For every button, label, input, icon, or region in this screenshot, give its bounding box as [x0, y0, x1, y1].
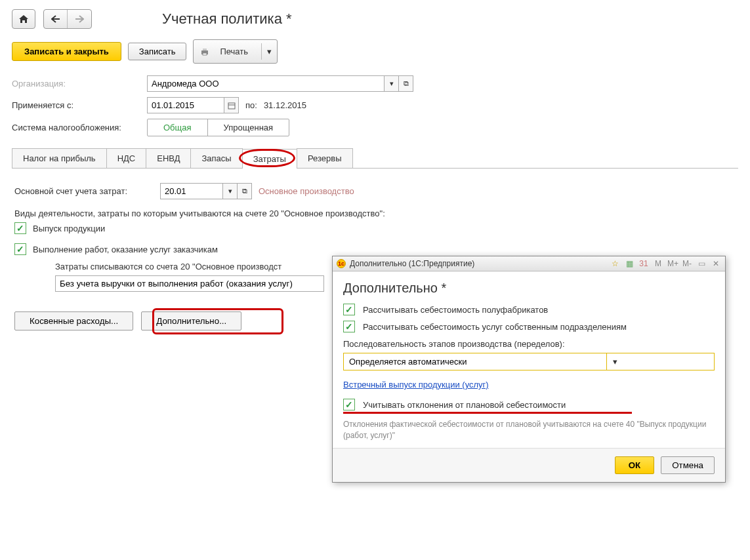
svg-rect-2	[203, 53, 207, 55]
tax-simple-option[interactable]: Упрощенная	[208, 119, 289, 136]
date-picker[interactable]	[224, 98, 238, 113]
writeoff-input[interactable]	[55, 275, 324, 292]
checkbox-deviation-label: Учитывать отклонения от плановой себесто…	[363, 400, 566, 410]
forward-button[interactable]	[68, 10, 91, 28]
counter-output-link[interactable]: Встречный выпуск продукции (услуг)	[343, 380, 489, 390]
tab-inventory[interactable]: Запасы	[190, 148, 242, 168]
checkbox-deviation[interactable]: ✓	[343, 399, 355, 410]
app-logo-icon: 1c	[337, 259, 346, 268]
additional-button[interactable]: Дополнительно...	[141, 311, 241, 330]
memory-mminus-button[interactable]: M-	[682, 259, 692, 268]
cancel-button[interactable]: Отмена	[661, 456, 715, 474]
memory-m-button[interactable]: M	[653, 259, 663, 268]
org-input[interactable]	[148, 76, 384, 91]
modal-window-title: Дополнительно (1С:Предприятие)	[350, 259, 474, 268]
org-dropdown[interactable]: ▾	[384, 76, 398, 91]
account-dropdown[interactable]: ▾	[222, 184, 237, 199]
checkbox-services[interactable]: ✓	[14, 243, 26, 255]
arrow-left-icon	[51, 15, 60, 23]
tax-label: Система налогообложения:	[12, 123, 140, 132]
tab-envd[interactable]: ЕНВД	[146, 148, 191, 168]
page-title: Учетная политика *	[162, 10, 292, 28]
checkbox-semi[interactable]: ✓	[343, 304, 355, 315]
checkbox-output[interactable]: ✓	[14, 222, 26, 234]
printer-icon	[200, 48, 209, 56]
home-icon	[18, 14, 29, 24]
checkbox-output-label: Выпуск продукции	[33, 224, 105, 233]
account-label: Основной счет учета затрат:	[14, 186, 154, 196]
sequence-label: Последовательность этапов производства (…	[343, 339, 715, 349]
print-button[interactable]: Печать ▾	[193, 39, 278, 64]
back-button[interactable]	[44, 10, 68, 28]
date-sep: по:	[245, 100, 257, 110]
home-button[interactable]	[12, 9, 35, 29]
account-open[interactable]: ⧉	[237, 184, 251, 199]
applies-label: Применяется с:	[12, 100, 140, 110]
additional-dialog: 1c Дополнительно (1С:Предприятие) ☆ ▦ 31…	[332, 256, 726, 483]
org-label: Организация:	[12, 79, 140, 89]
calculator-icon[interactable]: ▦	[624, 259, 635, 268]
date-to: 31.12.2015	[264, 100, 306, 110]
save-button[interactable]: Записать	[128, 43, 187, 60]
tax-common-option[interactable]: Общая	[148, 119, 208, 136]
indirect-costs-button[interactable]: Косвенные расходы...	[14, 311, 133, 330]
tab-vat[interactable]: НДС	[106, 148, 147, 168]
calendar-icon	[228, 102, 236, 110]
tab-reserves[interactable]: Резервы	[297, 148, 353, 168]
arrow-right-icon	[75, 15, 84, 23]
ok-button[interactable]: ОК	[615, 456, 655, 474]
tab-costs[interactable]: Затраты	[242, 149, 297, 169]
save-close-button[interactable]: Записать и закрыть	[12, 42, 121, 61]
close-button[interactable]: ✕	[711, 259, 721, 268]
calendar-icon[interactable]: 31	[638, 259, 649, 268]
checkbox-internal[interactable]: ✓	[343, 321, 355, 332]
checkbox-internal-label: Рассчитывать себестоимость услуг собстве…	[363, 322, 627, 332]
checkbox-semi-label: Рассчитывать себестоимость полуфабрикато…	[363, 305, 548, 315]
org-open[interactable]: ⧉	[398, 76, 413, 91]
sequence-select[interactable]	[344, 353, 606, 370]
favorite-icon[interactable]: ☆	[610, 259, 620, 268]
deviation-hint: Отклонения фактической себестоимости от …	[343, 419, 715, 441]
modal-heading: Дополнительно *	[343, 281, 715, 296]
svg-rect-3	[228, 103, 235, 109]
checkbox-services-label: Выполнение работ, оказание услуг заказчи…	[33, 245, 218, 254]
date-from-input[interactable]	[148, 98, 224, 113]
svg-rect-1	[203, 49, 207, 50]
memory-mplus-button[interactable]: M+	[667, 259, 678, 268]
tab-profit-tax[interactable]: Налог на прибыль	[12, 148, 107, 168]
account-input[interactable]	[161, 184, 222, 199]
print-dropdown[interactable]: ▾	[261, 43, 277, 60]
account-name: Основное производство	[259, 186, 354, 196]
sequence-dropdown[interactable]: ▾	[606, 353, 623, 370]
minimize-button[interactable]: ▭	[696, 259, 707, 268]
activities-label: Виды деятельности, затраты по которым уч…	[14, 209, 385, 218]
